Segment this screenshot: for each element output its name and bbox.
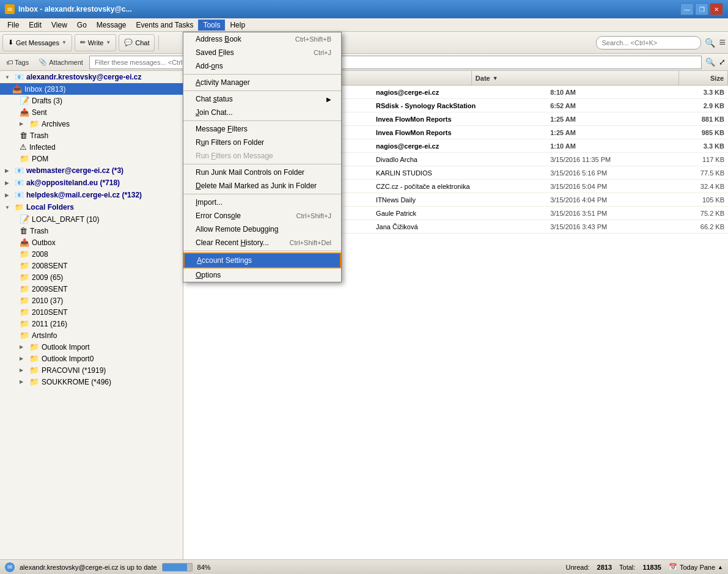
search-input[interactable] (596, 36, 701, 50)
col-header-date[interactable]: Date ▼ (472, 71, 679, 85)
menu-message-filters[interactable]: Message Filters (183, 122, 341, 136)
email-size: 77.5 KB (679, 168, 728, 178)
folder-pracovni[interactable]: ▶ 📁 PRACOVNI (*1919) (0, 364, 183, 376)
folder-local-draft[interactable]: 📝 LOCAL_DRAFT (10) (0, 213, 183, 225)
get-messages-button[interactable]: ⬇ Get Messages ▼ (2, 34, 72, 51)
folder-label-local-draft: LOCAL_DRAFT (10) (32, 215, 99, 224)
folder-sent[interactable]: 📤 Sent (0, 106, 183, 118)
menu-help[interactable]: Help (225, 20, 250, 31)
menu-message[interactable]: Message (92, 20, 131, 31)
menu-tools[interactable]: Tools (198, 20, 225, 31)
menu-run-junk-controls[interactable]: Run Junk Mail Controls on Folder (183, 166, 341, 179)
folder-2010sent[interactable]: 📁 2010SENT (0, 306, 183, 318)
folder-icon-outbox: 📤 (20, 238, 29, 247)
folder-soukkrome[interactable]: ▶ 📁 SOUKKROME (*496) (0, 376, 183, 388)
chat-button[interactable]: 💬 Chat (119, 34, 155, 51)
menu-import[interactable]: Import... (183, 196, 341, 209)
minimize-button[interactable]: — (680, 3, 694, 15)
write-button[interactable]: ✏ Write ▼ (75, 34, 116, 51)
attachment-button[interactable]: 📎 Attachment (35, 57, 87, 67)
folder-trash-alexandr[interactable]: 🗑 Trash (0, 130, 183, 141)
email-date: 3/15/2016 5:04 PM (546, 182, 679, 191)
folder-2010[interactable]: 📁 2010 (37) (0, 295, 183, 306)
menu-address-book[interactable]: Address Book Ctrl+Shift+B (183, 32, 341, 46)
menu-chat-status[interactable]: Chat status ▶ (183, 92, 341, 106)
menu-addons[interactable]: Add-ons (183, 59, 341, 73)
expand-icon[interactable]: ⤢ (719, 57, 726, 67)
folder-outlook-import[interactable]: ▶ 📁 Outlook Import (0, 341, 183, 353)
menu-separator (183, 194, 341, 194)
folder-label-sent: Sent (32, 108, 47, 117)
menu-events-tasks[interactable]: Events and Tasks (131, 20, 199, 31)
email-date: 8:10 AM (546, 87, 679, 97)
menu-delete-junk[interactable]: Delete Mail Marked as Junk in Folder (183, 179, 341, 193)
tags-button[interactable]: 🏷 Tags (2, 57, 32, 67)
account-webmaster[interactable]: ▶ 📧 webmaster@cerge-ei.cz (*3) (0, 164, 183, 177)
menu-account-settings[interactable]: Account Settings (183, 252, 341, 268)
folder-local-trash[interactable]: 🗑 Trash (0, 225, 183, 237)
menu-error-console[interactable]: Error Console Ctrl+Shift+J (183, 209, 341, 223)
search-icon[interactable]: 🔍 (705, 38, 715, 48)
folder-outbox[interactable]: 📤 Outbox (0, 237, 183, 248)
toolbar-separator (158, 35, 159, 50)
email-date: 1:25 AM (546, 128, 679, 138)
menu-saved-files[interactable]: Saved Files Ctrl+J (183, 46, 341, 59)
menu-clear-recent-history[interactable]: Clear Recent History... Ctrl+Shift+Del (183, 236, 341, 249)
menu-allow-remote-debug[interactable]: Allow Remote Debugging (183, 223, 341, 236)
address-book-shortcut: Ctrl+Shift+B (295, 35, 331, 43)
saved-files-shortcut: Ctrl+J (314, 49, 331, 56)
folder-artsinfo[interactable]: 📁 ArtsInfo (0, 329, 183, 341)
window-title: Inbox - alexandr.krestovsky@c... (18, 5, 132, 13)
account-local-folders[interactable]: ▼ 📁 Local Folders (0, 201, 183, 213)
account-alexandr[interactable]: ▼ 📧 alexandr.krestovsky@cerge-ei.cz (0, 71, 183, 83)
col-header-size[interactable]: Size (679, 71, 728, 85)
folder-icon-outlook-import0: 📁 (29, 354, 39, 363)
menu-view[interactable]: View (46, 20, 72, 31)
get-messages-arrow: ▼ (62, 40, 67, 45)
total-count: 11835 (642, 564, 661, 571)
menu-file[interactable]: File (2, 20, 24, 31)
folder-2009sent[interactable]: 📁 2009SENT (0, 283, 183, 295)
menu-activity-manager[interactable]: Activity Manager (183, 76, 341, 89)
email-from: Divadlo Archa (372, 155, 546, 164)
menu-run-filters-folder[interactable]: Run Filters on Folder (183, 136, 341, 149)
folder-drafts[interactable]: 📝 Drafts (3) (0, 95, 183, 106)
folder-icon-artsinfo: 📁 (20, 331, 29, 340)
account-helpdesk[interactable]: ▶ 📧 helpdesk@mail.cerge-ei.cz (*132) (0, 189, 183, 201)
folder-2011[interactable]: 📁 2011 (216) (0, 318, 183, 329)
folder-2009[interactable]: 📁 2009 (65) (0, 271, 183, 283)
folder-2008sent[interactable]: 📁 2008SENT (0, 260, 183, 271)
folder-archives[interactable]: ▶ 📁 Archives (0, 118, 183, 130)
folder-pom[interactable]: 📁 POM (0, 153, 183, 164)
filter-search-icon[interactable]: 🔍 (705, 57, 715, 67)
folder-outlook-import0[interactable]: ▶ 📁 Outlook Import0 (0, 353, 183, 364)
menu-go[interactable]: Go (72, 20, 92, 31)
today-pane-button[interactable]: 📅 Today Pane ▲ (669, 563, 723, 571)
email-size: 985 KB (679, 128, 728, 138)
status-right: Unread: 2813 Total: 11835 📅 Today Pane ▲ (565, 563, 723, 571)
window-controls: — ❐ ✕ (680, 3, 723, 15)
account-ak[interactable]: ▶ 📧 ak@oppositeland.eu (*718) (0, 177, 183, 189)
menu-edit[interactable]: Edit (24, 20, 46, 31)
menu-icon[interactable]: ≡ (719, 36, 726, 49)
collapse-arrow-webmaster: ▶ (5, 168, 12, 174)
sidebar: ▼ 📧 alexandr.krestovsky@cerge-ei.cz 📥 In… (0, 71, 183, 559)
menu-join-chat[interactable]: Join Chat... (183, 106, 341, 119)
folder-icon-trash: 🗑 (20, 131, 28, 140)
email-date: 3/15/2016 4:04 PM (546, 195, 679, 205)
menu-separator (183, 74, 341, 75)
folder-2008[interactable]: 📁 2008 (0, 248, 183, 260)
folder-label-outlook-import: Outlook Import (42, 343, 90, 351)
status-progress (162, 563, 193, 572)
menu-options[interactable]: Options (183, 268, 341, 282)
folder-icon-local-trash: 🗑 (20, 226, 28, 235)
clear-history-shortcut: Ctrl+Shift+Del (290, 239, 331, 246)
filter-input[interactable] (89, 56, 702, 69)
collapse-arrow-archives: ▶ (20, 121, 27, 127)
status-icon: ✉ (5, 562, 15, 572)
close-button[interactable]: ✕ (710, 3, 723, 15)
folder-icon-local-draft: 📝 (20, 215, 29, 224)
folder-inbox[interactable]: 📥 Inbox (2813) (0, 83, 183, 95)
folder-infected[interactable]: ⚠ Infected (0, 141, 183, 153)
restore-button[interactable]: ❐ (695, 3, 708, 15)
